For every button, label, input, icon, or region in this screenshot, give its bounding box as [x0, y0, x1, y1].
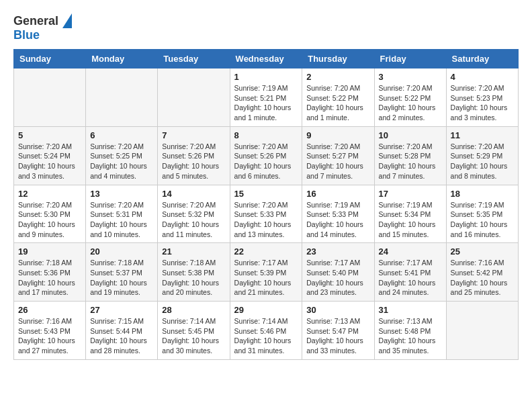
day-info: Sunrise: 7:16 AM Sunset: 5:42 PM Dayligh… [451, 258, 514, 298]
calendar-week-1: 1Sunrise: 7:19 AM Sunset: 5:21 PM Daylig… [14, 68, 519, 127]
day-info: Sunrise: 7:20 AM Sunset: 5:30 PM Dayligh… [18, 200, 81, 240]
day-number: 25 [451, 246, 514, 257]
day-number: 23 [306, 246, 369, 257]
day-info: Sunrise: 7:18 AM Sunset: 5:37 PM Dayligh… [90, 258, 153, 298]
calendar-cell: 14Sunrise: 7:20 AM Sunset: 5:32 PM Dayli… [158, 185, 230, 243]
calendar-cell: 1Sunrise: 7:19 AM Sunset: 5:21 PM Daylig… [230, 68, 302, 127]
day-number: 17 [379, 189, 442, 199]
calendar-cell: 31Sunrise: 7:13 AM Sunset: 5:48 PM Dayli… [374, 302, 446, 360]
calendar-cell [14, 68, 86, 127]
calendar-cell: 21Sunrise: 7:18 AM Sunset: 5:38 PM Dayli… [158, 243, 230, 302]
day-number: 26 [18, 305, 81, 315]
calendar-cell: 26Sunrise: 7:16 AM Sunset: 5:43 PM Dayli… [14, 302, 86, 360]
day-info: Sunrise: 7:13 AM Sunset: 5:48 PM Dayligh… [379, 316, 442, 356]
day-number: 1 [234, 72, 298, 82]
calendar-body: 1Sunrise: 7:19 AM Sunset: 5:21 PM Daylig… [14, 68, 519, 360]
day-number: 30 [306, 305, 369, 315]
day-info: Sunrise: 7:20 AM Sunset: 5:25 PM Dayligh… [90, 142, 153, 181]
logo-general-text: General [13, 14, 58, 28]
day-number: 15 [234, 189, 298, 199]
day-number: 8 [234, 130, 298, 140]
calendar-cell [86, 68, 158, 127]
day-number: 31 [379, 305, 442, 315]
day-number: 27 [90, 305, 153, 315]
day-number: 6 [90, 130, 153, 140]
calendar-cell: 30Sunrise: 7:13 AM Sunset: 5:47 PM Dayli… [302, 302, 374, 360]
calendar-cell [158, 68, 230, 127]
day-number: 3 [379, 72, 442, 82]
day-number: 14 [162, 189, 225, 199]
day-number: 21 [162, 246, 225, 257]
day-info: Sunrise: 7:20 AM Sunset: 5:27 PM Dayligh… [306, 142, 369, 181]
day-number: 12 [18, 189, 81, 199]
day-info: Sunrise: 7:20 AM Sunset: 5:24 PM Dayligh… [18, 142, 81, 181]
calendar-cell: 8Sunrise: 7:20 AM Sunset: 5:26 PM Daylig… [230, 126, 302, 185]
weekday-header-tuesday: Tuesday [158, 50, 230, 68]
calendar-cell: 15Sunrise: 7:20 AM Sunset: 5:33 PM Dayli… [230, 185, 302, 243]
day-number: 9 [306, 130, 369, 140]
day-number: 10 [379, 130, 442, 140]
logo-blue-text: Blue [13, 28, 40, 42]
weekday-header-wednesday: Wednesday [230, 50, 302, 68]
calendar-cell: 22Sunrise: 7:17 AM Sunset: 5:39 PM Dayli… [230, 243, 302, 302]
calendar-week-5: 26Sunrise: 7:16 AM Sunset: 5:43 PM Dayli… [14, 302, 519, 360]
day-info: Sunrise: 7:20 AM Sunset: 5:26 PM Dayligh… [234, 142, 298, 181]
day-info: Sunrise: 7:17 AM Sunset: 5:40 PM Dayligh… [306, 258, 369, 298]
calendar-cell: 29Sunrise: 7:14 AM Sunset: 5:46 PM Dayli… [230, 302, 302, 360]
weekday-header-saturday: Saturday [446, 50, 518, 68]
day-info: Sunrise: 7:19 AM Sunset: 5:34 PM Dayligh… [379, 200, 442, 240]
day-number: 13 [90, 189, 153, 199]
weekday-header-thursday: Thursday [302, 50, 374, 68]
calendar-cell: 4Sunrise: 7:20 AM Sunset: 5:23 PM Daylig… [446, 68, 518, 127]
calendar-cell: 12Sunrise: 7:20 AM Sunset: 5:30 PM Dayli… [14, 185, 86, 243]
day-info: Sunrise: 7:20 AM Sunset: 5:33 PM Dayligh… [234, 200, 298, 240]
day-number: 22 [234, 246, 298, 257]
calendar-week-2: 5Sunrise: 7:20 AM Sunset: 5:24 PM Daylig… [14, 126, 519, 185]
day-info: Sunrise: 7:20 AM Sunset: 5:32 PM Dayligh… [162, 200, 225, 240]
calendar-cell: 2Sunrise: 7:20 AM Sunset: 5:22 PM Daylig… [302, 68, 374, 127]
calendar-cell: 9Sunrise: 7:20 AM Sunset: 5:27 PM Daylig… [302, 126, 374, 185]
day-info: Sunrise: 7:19 AM Sunset: 5:35 PM Dayligh… [451, 200, 514, 240]
day-info: Sunrise: 7:13 AM Sunset: 5:47 PM Dayligh… [306, 316, 369, 356]
calendar-table: SundayMondayTuesdayWednesdayThursdayFrid… [13, 49, 519, 360]
calendar-week-3: 12Sunrise: 7:20 AM Sunset: 5:30 PM Dayli… [14, 185, 519, 243]
day-info: Sunrise: 7:15 AM Sunset: 5:44 PM Dayligh… [90, 316, 153, 356]
calendar-cell: 18Sunrise: 7:19 AM Sunset: 5:35 PM Dayli… [446, 185, 518, 243]
day-info: Sunrise: 7:18 AM Sunset: 5:36 PM Dayligh… [18, 258, 81, 298]
day-number: 20 [90, 246, 153, 257]
logo-triangle-icon [62, 13, 72, 28]
calendar-cell: 16Sunrise: 7:19 AM Sunset: 5:33 PM Dayli… [302, 185, 374, 243]
calendar-cell: 3Sunrise: 7:20 AM Sunset: 5:22 PM Daylig… [374, 68, 446, 127]
day-number: 24 [379, 246, 442, 257]
day-info: Sunrise: 7:18 AM Sunset: 5:38 PM Dayligh… [162, 258, 225, 298]
calendar-cell: 20Sunrise: 7:18 AM Sunset: 5:37 PM Dayli… [86, 243, 158, 302]
day-info: Sunrise: 7:20 AM Sunset: 5:29 PM Dayligh… [451, 142, 514, 181]
day-info: Sunrise: 7:16 AM Sunset: 5:43 PM Dayligh… [18, 316, 81, 356]
weekday-header-monday: Monday [86, 50, 158, 68]
day-info: Sunrise: 7:19 AM Sunset: 5:21 PM Dayligh… [234, 83, 298, 123]
day-number: 18 [451, 189, 514, 199]
calendar-cell: 27Sunrise: 7:15 AM Sunset: 5:44 PM Dayli… [86, 302, 158, 360]
day-info: Sunrise: 7:20 AM Sunset: 5:28 PM Dayligh… [379, 142, 442, 181]
calendar-cell: 7Sunrise: 7:20 AM Sunset: 5:26 PM Daylig… [158, 126, 230, 185]
calendar-cell: 10Sunrise: 7:20 AM Sunset: 5:28 PM Dayli… [374, 126, 446, 185]
calendar-cell: 19Sunrise: 7:18 AM Sunset: 5:36 PM Dayli… [14, 243, 86, 302]
day-info: Sunrise: 7:20 AM Sunset: 5:23 PM Dayligh… [451, 83, 514, 123]
calendar-cell: 28Sunrise: 7:14 AM Sunset: 5:45 PM Dayli… [158, 302, 230, 360]
calendar-cell: 25Sunrise: 7:16 AM Sunset: 5:42 PM Dayli… [446, 243, 518, 302]
calendar-cell: 17Sunrise: 7:19 AM Sunset: 5:34 PM Dayli… [374, 185, 446, 243]
weekday-header-sunday: Sunday [14, 50, 86, 68]
day-number: 28 [162, 305, 225, 315]
day-number: 7 [162, 130, 225, 140]
day-info: Sunrise: 7:14 AM Sunset: 5:45 PM Dayligh… [162, 316, 225, 356]
day-number: 29 [234, 305, 298, 315]
weekday-header-row: SundayMondayTuesdayWednesdayThursdayFrid… [14, 50, 519, 68]
calendar-cell: 6Sunrise: 7:20 AM Sunset: 5:25 PM Daylig… [86, 126, 158, 185]
calendar-cell: 23Sunrise: 7:17 AM Sunset: 5:40 PM Dayli… [302, 243, 374, 302]
logo: General Blue [13, 13, 72, 42]
calendar-cell: 11Sunrise: 7:20 AM Sunset: 5:29 PM Dayli… [446, 126, 518, 185]
day-info: Sunrise: 7:20 AM Sunset: 5:22 PM Dayligh… [379, 83, 442, 123]
calendar-cell: 5Sunrise: 7:20 AM Sunset: 5:24 PM Daylig… [14, 126, 86, 185]
day-info: Sunrise: 7:17 AM Sunset: 5:41 PM Dayligh… [379, 258, 442, 298]
weekday-header-friday: Friday [374, 50, 446, 68]
